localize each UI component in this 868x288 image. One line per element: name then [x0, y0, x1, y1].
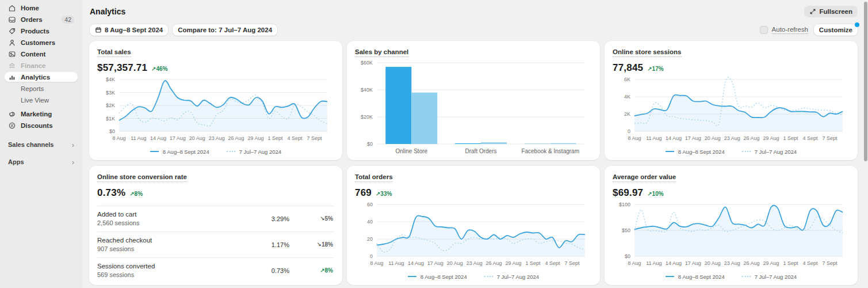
svg-text:0: 0 — [628, 128, 630, 134]
auto-refresh-toggle[interactable]: Auto-refresh — [760, 26, 808, 34]
date-range-button[interactable]: 8 Aug–8 Sept 2024 — [90, 24, 168, 36]
analytics-icon — [8, 73, 16, 81]
sidebar-section-apps[interactable]: Apps › — [8, 157, 74, 166]
change-badge: ↗8% — [129, 191, 143, 197]
auto-refresh-checkbox[interactable] — [760, 26, 768, 34]
svg-text:1 Sept: 1 Sept — [267, 135, 283, 141]
sidebar-item-label: Reports — [21, 85, 44, 92]
card-title[interactable]: Total orders — [355, 173, 393, 182]
metric-value: 769 — [355, 187, 372, 199]
card-title[interactable]: Online store conversion rate — [97, 173, 187, 182]
svg-text:Draft Orders: Draft Orders — [465, 148, 496, 154]
sidebar-item-home[interactable]: Home — [5, 3, 78, 13]
sidebar-item-label: Discounts — [21, 122, 53, 129]
orders-icon — [8, 16, 16, 24]
current-period-line-icon — [150, 151, 159, 152]
svg-text:$40K: $40K — [361, 87, 373, 93]
svg-text:$3K: $3K — [106, 90, 115, 96]
fullscreen-label: Fullscreen — [819, 8, 852, 15]
sales-by-channel-chart[interactable]: $60K$40K$20K$0Online StoreDraft OrdersFa… — [355, 57, 592, 158]
svg-text:14 Aug: 14 Aug — [666, 260, 682, 266]
conversion-rate-card: Online store conversion rate 0.73% ↗8% A… — [89, 166, 342, 285]
current-period-line-icon — [666, 276, 674, 277]
svg-text:29 Aug: 29 Aug — [763, 135, 779, 141]
svg-text:20 Aug: 20 Aug — [447, 260, 463, 266]
svg-text:20 Aug: 20 Aug — [705, 260, 721, 266]
svg-text:4 Sept: 4 Sept — [802, 260, 818, 266]
online-store-sessions-card: Online store sessions 77,845 ↗17% 6K4K2K… — [605, 41, 858, 160]
previous-period-line-icon — [742, 151, 751, 152]
svg-text:23 Aug: 23 Aug — [209, 135, 225, 141]
table-row[interactable]: Added to cart 2,560 sessions 3.29% ↘5% — [97, 206, 334, 232]
chart-legend: 8 Aug–8 Sept 20247 Jul–7 Aug 2024 — [97, 145, 334, 158]
svg-text:$2K: $2K — [106, 103, 115, 108]
fullscreen-button[interactable]: Fullscreen — [804, 6, 858, 17]
svg-text:26 Aug: 26 Aug — [744, 260, 760, 266]
total-sales-card: Total sales $57,357.71 ↗46% $4K$3K$2K$1K… — [89, 41, 342, 160]
vertical-scrollbar[interactable] — [864, 2, 867, 161]
calendar-icon — [95, 26, 102, 33]
svg-text:0: 0 — [370, 253, 373, 259]
sidebar-item-orders[interactable]: Orders 42 — [5, 14, 78, 24]
card-title[interactable]: Average order value — [613, 173, 676, 182]
table-row[interactable]: Sessions converted 569 sessions 0.73% ↗8… — [97, 257, 334, 283]
sidebar-item-discounts[interactable]: Discounts — [5, 120, 78, 130]
average-order-value-card: Average order value $69.97 ↗10% $100$50$… — [605, 166, 858, 285]
svg-text:$1K: $1K — [106, 116, 115, 122]
svg-text:29 Aug: 29 Aug — [248, 135, 264, 141]
table-row[interactable]: Reached checkout 907 sessions 1.17% ↘18% — [97, 232, 334, 257]
total-sales-chart[interactable]: $4K$3K$2K$1K$08 Aug11 Aug14 Aug17 Aug20 … — [97, 74, 334, 158]
sidebar-item-marketing[interactable]: Marketing — [5, 109, 78, 119]
card-title[interactable]: Total sales — [97, 48, 131, 57]
card-title[interactable]: Online store sessions — [613, 48, 682, 57]
change-badge: ↗10% — [647, 191, 663, 197]
svg-text:29 Aug: 29 Aug — [506, 260, 522, 266]
svg-text:$4K: $4K — [106, 77, 115, 82]
funnel-step-sessions: 907 sessions — [97, 245, 249, 252]
change-badge: ↗46% — [151, 66, 167, 72]
funnel-step-change: ↗8% — [289, 267, 334, 274]
svg-text:1 Sept: 1 Sept — [783, 135, 798, 141]
compare-to-button[interactable]: Compare to: 7 Jul–7 Aug 2024 — [173, 24, 277, 36]
chart-legend: 8 Aug–8 Sept 20247 Jul–7 Aug 2024 — [613, 145, 850, 158]
customize-button[interactable]: Customize — [814, 24, 858, 36]
svg-text:$0: $0 — [625, 253, 630, 259]
funnel-step-label: Reached checkout — [97, 237, 249, 244]
sidebar-item-label: Content — [21, 51, 45, 58]
date-range-label: 8 Aug–8 Sept 2024 — [105, 26, 163, 33]
sidebar-item-live-view[interactable]: Live View — [5, 95, 78, 105]
sidebar-item-reports[interactable]: Reports — [5, 84, 78, 93]
svg-text:11 Aug: 11 Aug — [646, 135, 661, 141]
sidebar-item-analytics[interactable]: Analytics — [5, 72, 78, 82]
content-icon — [8, 50, 16, 58]
section-label: Apps — [8, 158, 24, 165]
funnel-step-rate: 0.73% — [249, 267, 289, 274]
svg-text:11 Aug: 11 Aug — [388, 260, 404, 266]
svg-text:$0: $0 — [367, 141, 373, 147]
chart-legend: 8 Aug–8 Sept 20247 Jul–7 Aug 2024 — [613, 270, 850, 283]
svg-text:23 Aug: 23 Aug — [724, 135, 740, 141]
sidebar-item-label: Products — [21, 28, 49, 35]
card-title[interactable]: Sales by channel — [355, 48, 408, 57]
svg-text:4K: 4K — [624, 94, 630, 100]
sidebar-section-sales-channels[interactable]: Sales channels › — [8, 140, 74, 149]
svg-text:8 Aug: 8 Aug — [370, 260, 383, 266]
svg-text:40: 40 — [367, 219, 373, 225]
sidebar-item-products[interactable]: Products — [5, 26, 78, 36]
online-store-sessions-chart[interactable]: 6K4K2K08 Aug11 Aug14 Aug17 Aug20 Aug23 A… — [613, 74, 850, 158]
sidebar-item-content[interactable]: Content — [5, 49, 78, 59]
previous-period-line-icon — [484, 276, 493, 277]
sidebar-item-customers[interactable]: Customers — [5, 37, 78, 47]
sidebar-item-label: Orders — [21, 16, 43, 23]
svg-text:20 Aug: 20 Aug — [189, 135, 205, 141]
products-icon — [8, 27, 16, 35]
funnel-step-label: Sessions converted — [97, 263, 249, 270]
customize-notification-dot — [855, 22, 859, 27]
average-order-value-chart[interactable]: $100$50$08 Aug11 Aug14 Aug17 Aug20 Aug23… — [613, 199, 850, 283]
previous-period-line-icon — [227, 151, 235, 152]
compare-to-label: Compare to: 7 Jul–7 Aug 2024 — [178, 26, 272, 33]
sidebar-item-label: Finance — [21, 62, 45, 69]
svg-text:1 Sept: 1 Sept — [783, 260, 798, 266]
home-icon — [8, 4, 16, 12]
total-orders-chart[interactable]: 60402008 Aug11 Aug14 Aug17 Aug20 Aug23 A… — [355, 199, 592, 283]
